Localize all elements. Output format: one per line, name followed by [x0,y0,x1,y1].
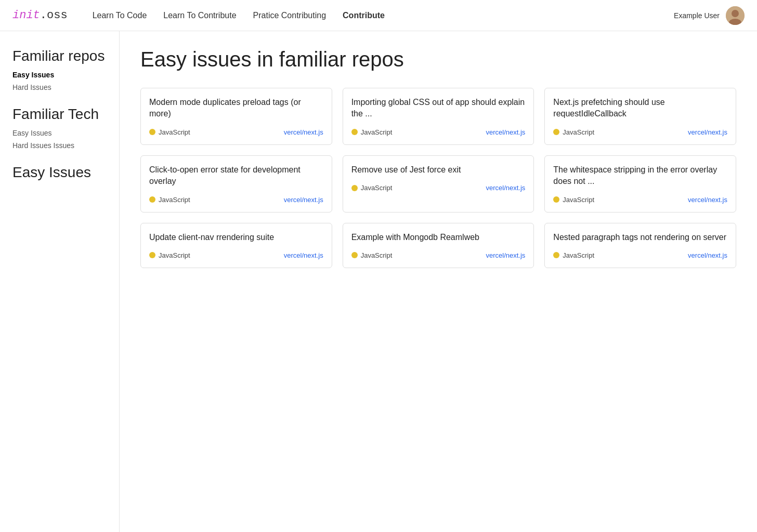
sidebar-section-easy-issues: Easy Issues [12,164,107,181]
sidebar-item-familiar-tech-hard[interactable]: Hard Issues Issues [12,139,107,152]
lang-dot-8 [553,252,559,258]
issue-lang-8: JavaScript [553,251,594,259]
issue-card-5[interactable]: The whitespace stripping in the error ov… [544,155,736,212]
issue-lang-label-8: JavaScript [563,251,594,259]
issue-repo-2[interactable]: vercel/next.js [688,128,727,136]
issue-meta-8: JavaScript vercel/next.js [553,251,727,259]
issue-lang-7: JavaScript [351,251,393,259]
logo[interactable]: init.oss [12,9,68,22]
issue-card-3[interactable]: Click-to-open error state for developmen… [140,155,332,212]
issue-title-4: Remove use of Jest force exit [351,164,526,176]
issue-lang-0: JavaScript [149,128,190,136]
nav-learn-to-code[interactable]: Learn To Code [93,11,147,20]
lang-dot-1 [351,129,358,135]
sidebar-section-familiar-repos: Familiar repos Easy Issues Hard Issues [12,48,107,94]
issue-lang-label-3: JavaScript [159,196,190,204]
issue-lang-label-7: JavaScript [361,251,393,259]
header: init.oss Learn To Code Learn To Contribu… [0,0,757,31]
issue-title-3: Click-to-open error state for developmen… [149,164,323,188]
nav-contribute[interactable]: Contribute [343,11,385,20]
issue-card-0[interactable]: Modern mode duplicates preload tags (or … [140,88,332,145]
issue-meta-0: JavaScript vercel/next.js [149,128,323,136]
issue-meta-5: JavaScript vercel/next.js [553,196,727,204]
issue-repo-0[interactable]: vercel/next.js [284,128,323,136]
issue-lang-label-2: JavaScript [563,128,594,136]
sidebar-title-familiar-tech: Familiar Tech [12,106,107,123]
issue-lang-6: JavaScript [149,251,190,259]
issue-meta-4: JavaScript vercel/next.js [351,184,526,192]
issue-card-4[interactable]: Remove use of Jest force exit JavaScript… [343,155,534,212]
issue-repo-5[interactable]: vercel/next.js [688,196,727,204]
lang-dot-4 [351,185,358,191]
sidebar-item-familiar-repos-hard[interactable]: Hard Issues [12,81,107,94]
main-content: Easy issues in familiar repos Modern mod… [120,31,757,532]
logo-oss: oss [47,9,68,22]
layout: Familiar repos Easy Issues Hard Issues F… [0,31,757,532]
issue-lang-label-6: JavaScript [159,251,190,259]
issue-lang-label-0: JavaScript [159,128,190,136]
sidebar-item-familiar-repos-easy[interactable]: Easy Issues [12,69,107,81]
issue-meta-7: JavaScript vercel/next.js [351,251,526,259]
nav: Learn To Code Learn To Contribute Pratic… [93,11,657,20]
issue-lang-1: JavaScript [351,128,393,136]
issue-repo-4[interactable]: vercel/next.js [486,184,525,192]
issue-title-7: Example with Mongodb Reamlweb [351,232,526,243]
issue-lang-label-5: JavaScript [563,196,594,204]
user-name: Example User [674,11,720,20]
issue-meta-3: JavaScript vercel/next.js [149,196,323,204]
issue-title-5: The whitespace stripping in the error ov… [553,164,727,188]
nav-pratice-contributing[interactable]: Pratice Contributing [253,11,327,20]
logo-dot: . [40,9,47,22]
issue-lang-2: JavaScript [553,128,594,136]
nav-learn-to-contribute[interactable]: Learn To Contribute [163,11,236,20]
sidebar-title-familiar-repos: Familiar repos [12,48,107,64]
sidebar-section-familiar-tech: Familiar Tech Easy Issues Hard Issues Is… [12,106,107,152]
lang-dot-0 [149,129,155,135]
sidebar: Familiar repos Easy Issues Hard Issues F… [0,31,120,532]
issue-repo-3[interactable]: vercel/next.js [284,196,323,204]
issue-meta-1: JavaScript vercel/next.js [351,128,526,136]
issues-grid: Modern mode duplicates preload tags (or … [140,88,736,268]
issue-card-2[interactable]: Next.js prefetching should use requestId… [544,88,736,145]
issue-title-0: Modern mode duplicates preload tags (or … [149,97,323,120]
issue-lang-label-4: JavaScript [361,184,393,192]
sidebar-title-easy-issues: Easy Issues [12,164,107,181]
issue-card-7[interactable]: Example with Mongodb Reamlweb JavaScript… [343,223,534,268]
issue-title-6: Update client-nav rrendering suite [149,232,323,243]
lang-dot-5 [553,196,559,203]
issue-repo-1[interactable]: vercel/next.js [486,128,525,136]
issue-card-8[interactable]: Nested paragraph tags not rendering on s… [544,223,736,268]
lang-dot-6 [149,252,155,258]
issue-title-8: Nested paragraph tags not rendering on s… [553,232,727,243]
issue-lang-label-1: JavaScript [361,128,393,136]
sidebar-item-familiar-tech-easy[interactable]: Easy Issues [12,127,107,139]
issue-repo-6[interactable]: vercel/next.js [284,251,323,259]
issue-card-1[interactable]: Importing global CSS out of app should e… [343,88,534,145]
issue-repo-7[interactable]: vercel/next.js [486,251,525,259]
logo-init: init [12,9,40,22]
issue-title-2: Next.js prefetching should use requestId… [553,97,727,120]
issue-lang-4: JavaScript [351,184,393,192]
lang-dot-3 [149,196,155,203]
svg-point-1 [732,10,739,17]
issue-meta-6: JavaScript vercel/next.js [149,251,323,259]
lang-dot-7 [351,252,358,258]
lang-dot-2 [553,129,559,135]
issue-lang-5: JavaScript [553,196,594,204]
issue-repo-8[interactable]: vercel/next.js [688,251,727,259]
issue-title-1: Importing global CSS out of app should e… [351,97,526,120]
issue-lang-3: JavaScript [149,196,190,204]
header-user: Example User [674,6,745,25]
issue-card-6[interactable]: Update client-nav rrendering suite JavaS… [140,223,332,268]
avatar[interactable] [726,6,745,25]
page-title: Easy issues in familiar repos [140,48,736,71]
issue-meta-2: JavaScript vercel/next.js [553,128,727,136]
